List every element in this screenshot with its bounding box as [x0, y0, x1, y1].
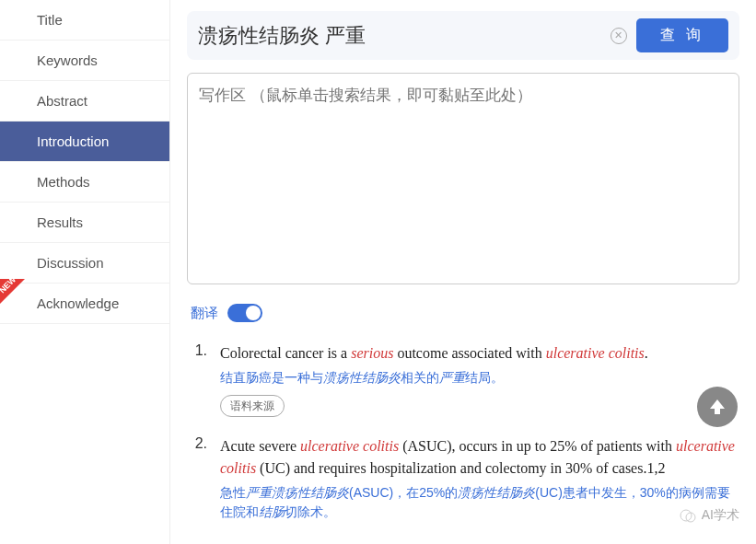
result-item[interactable]: 2. Acute severe ulcerative colitis (ASUC…: [187, 435, 739, 522]
sidebar-item-label: Results: [37, 214, 83, 230]
result-body: Colorectal cancer is a serious outcome a…: [220, 342, 739, 417]
sidebar: Title Keywords Abstract Introduction Met…: [0, 0, 170, 544]
sidebar-item-label: Introduction: [37, 133, 109, 149]
sidebar-item-label: Discussion: [37, 255, 104, 271]
sidebar-item-label: Methods: [37, 174, 90, 190]
sidebar-item-abstract[interactable]: Abstract: [0, 81, 169, 122]
result-text: Acute severe ulcerative colitis (ASUC), …: [220, 438, 735, 476]
result-number: 2.: [191, 435, 207, 522]
translate-toggle[interactable]: [227, 304, 262, 322]
main-content: ✕ 查 询 翻译 1. Colorectal cancer is a serio…: [170, 0, 756, 544]
sidebar-item-title[interactable]: Title: [0, 0, 169, 41]
sidebar-item-introduction[interactable]: Introduction: [0, 122, 169, 162]
svg-point-3: [686, 513, 695, 522]
sidebar-item-methods[interactable]: Methods: [0, 162, 169, 203]
sidebar-item-label: Acknowledge: [37, 295, 119, 311]
translate-label: 翻译: [191, 305, 218, 322]
clear-icon[interactable]: ✕: [611, 28, 627, 44]
search-bar: ✕ 查 询: [187, 11, 739, 60]
footer-tag: AI学术: [680, 507, 739, 524]
result-text: Colorectal cancer is a serious outcome a…: [220, 345, 648, 361]
arrow-up-icon: [706, 396, 728, 418]
translate-toggle-row: 翻译: [191, 304, 739, 322]
search-button[interactable]: 查 询: [636, 18, 728, 52]
sidebar-item-results[interactable]: Results: [0, 203, 169, 243]
sidebar-item-label: Abstract: [37, 93, 87, 109]
sidebar-item-discussion[interactable]: Discussion: [0, 243, 169, 284]
sidebar-item-label: Keywords: [37, 52, 98, 68]
new-badge-icon: NEW: [0, 279, 30, 317]
scroll-top-button[interactable]: [697, 387, 738, 427]
result-number: 1.: [191, 342, 207, 417]
sidebar-item-acknowledge[interactable]: NEW Acknowledge: [0, 284, 169, 324]
result-body: Acute severe ulcerative colitis (ASUC), …: [220, 435, 739, 522]
search-input[interactable]: [198, 24, 601, 48]
result-translation: 急性严重溃疡性结肠炎(ASUC)，在25%的溃疡性结肠炎(UC)患者中发生，30…: [220, 483, 739, 522]
result-item[interactable]: 1. Colorectal cancer is a serious outcom…: [187, 342, 739, 417]
writing-area[interactable]: [187, 73, 739, 284]
wechat-icon: [680, 507, 696, 524]
source-button[interactable]: 语料来源: [220, 395, 285, 417]
sidebar-item-keywords[interactable]: Keywords: [0, 41, 169, 81]
result-translation: 结直肠癌是一种与溃疡性结肠炎相关的严重结局。: [220, 368, 739, 388]
sidebar-item-label: Title: [37, 12, 63, 28]
